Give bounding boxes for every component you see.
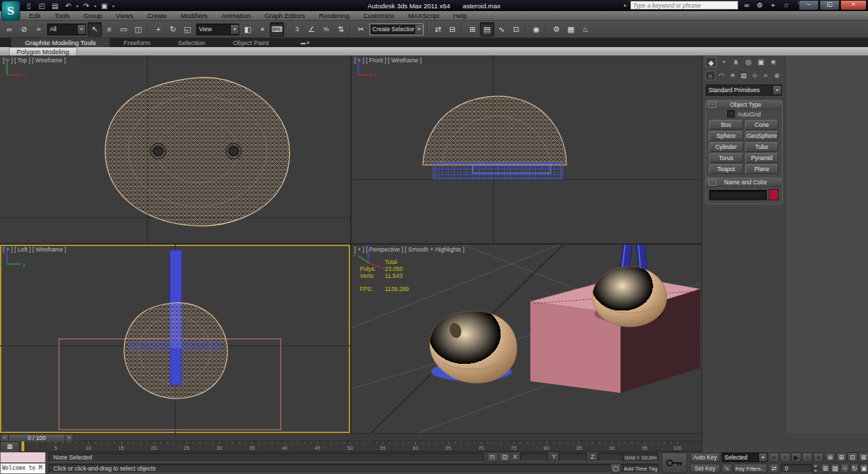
dropdown-arrow-icon[interactable]: ▾ bbox=[415, 25, 423, 34]
viewport-splitter-horizontal[interactable] bbox=[0, 243, 702, 245]
pan-hand-icon[interactable]: ⊹ bbox=[840, 464, 849, 473]
asteroid-crater-right[interactable] bbox=[229, 146, 238, 156]
curve-editor-icon[interactable]: ∿ bbox=[494, 22, 509, 37]
rendered-frame-window-icon[interactable]: ▦ bbox=[564, 22, 578, 37]
minimize-button[interactable]: – bbox=[799, 0, 819, 10]
bind-to-space-warp-icon[interactable]: ≈ bbox=[31, 22, 46, 37]
align-icon[interactable]: ⊟ bbox=[445, 22, 460, 37]
search-go-icon[interactable]: ▸ bbox=[624, 2, 627, 8]
close-button[interactable]: × bbox=[840, 0, 867, 10]
time-slider-track[interactable]: < 0 / 100 > bbox=[0, 433, 702, 441]
select-and-move-icon[interactable]: + bbox=[151, 22, 166, 37]
restore-button[interactable]: ◱ bbox=[819, 0, 840, 10]
previous-frame-button[interactable]: ‹ bbox=[780, 453, 790, 462]
y-coord-field[interactable] bbox=[559, 453, 587, 462]
tab-utilities-icon[interactable]: ⋇ bbox=[767, 57, 779, 67]
percent-snap-icon[interactable]: % bbox=[319, 22, 333, 37]
favorites-star-icon[interactable]: ☆ bbox=[781, 1, 791, 9]
track-bar-ruler[interactable]: 0510152025303540455055606570758085909510… bbox=[21, 441, 686, 451]
ribbon-tab-freeform[interactable]: Freeform bbox=[110, 38, 164, 47]
category-helpers-icon[interactable]: ⊹ bbox=[749, 71, 760, 80]
tab-create-icon[interactable]: ◆ bbox=[705, 57, 717, 67]
viewport-left-active[interactable]: [ + ] [ Left ] [ Wireframe ] z y bbox=[0, 245, 350, 433]
dropdown-arrow-icon[interactable]: ▾ bbox=[758, 453, 767, 462]
primitive-category-dropdown[interactable]: Standard Primitives ▾ bbox=[706, 85, 782, 96]
object-color-swatch[interactable] bbox=[769, 189, 779, 200]
open-file-icon[interactable]: ◰ bbox=[37, 2, 47, 10]
macro-recorder-pane[interactable] bbox=[0, 452, 46, 463]
communication-center-icon[interactable]: ⌖ bbox=[768, 1, 778, 10]
name-color-rollout-header[interactable]: - Name and Color bbox=[706, 178, 782, 187]
mirror-icon[interactable]: ⇄ bbox=[431, 22, 445, 37]
layer-manager-icon[interactable]: ⊞ bbox=[465, 22, 480, 37]
viewport-left-canvas[interactable] bbox=[0, 245, 350, 433]
viewport-top-canvas[interactable] bbox=[0, 55, 350, 243]
object-type-rollout-header[interactable]: - Object Type bbox=[706, 100, 782, 109]
asteroid-crater-left[interactable] bbox=[153, 146, 163, 156]
maxscript-listener[interactable]: Welcome to M bbox=[0, 463, 46, 474]
default-in-out-tangents-icon[interactable]: ∿ bbox=[722, 464, 732, 473]
ribbon-minimize-icon[interactable]: ▬ ▾ bbox=[301, 38, 309, 47]
category-spacewarps-icon[interactable]: ≈ bbox=[761, 71, 771, 80]
rectangular-selection-region-icon[interactable]: ▭ bbox=[116, 22, 131, 37]
tab-hierarchy-icon[interactable]: ⋔ bbox=[730, 57, 742, 67]
menu-edit[interactable]: Edit bbox=[22, 11, 47, 21]
viewport-front[interactable]: [ + ] [ Front ] [ Wireframe ] z x bbox=[351, 55, 702, 243]
menu-tools[interactable]: Tools bbox=[47, 11, 76, 21]
play-button[interactable]: ▶ bbox=[791, 453, 801, 462]
maximize-viewport-icon[interactable]: ▣ bbox=[860, 464, 868, 473]
blue-band-wireframe[interactable] bbox=[130, 342, 220, 349]
redo-icon[interactable]: ↷ bbox=[81, 2, 92, 10]
reference-coordinate-dropdown[interactable]: View▾ bbox=[196, 24, 239, 35]
selection-filter-dropdown[interactable]: All▾ bbox=[47, 24, 86, 35]
selection-lock-icon[interactable]: ⊓ bbox=[487, 453, 498, 462]
object-type-geosphere-button[interactable]: GeoSphere bbox=[745, 131, 779, 141]
menu-help[interactable]: Help bbox=[446, 11, 474, 21]
x-coord-field[interactable] bbox=[520, 453, 548, 462]
max-logo-application-button[interactable]: S bbox=[1, 1, 20, 21]
select-object-icon[interactable]: ↖ bbox=[87, 22, 102, 37]
go-to-end-button[interactable]: » bbox=[813, 453, 824, 462]
save-file-icon[interactable]: ▤ bbox=[50, 2, 60, 10]
zoom-extents-all-icon[interactable]: ⊠ bbox=[858, 453, 868, 462]
graphite-ribbon-toggle-icon[interactable]: ▤ bbox=[480, 22, 494, 37]
unlink-selection-icon[interactable]: ⊘ bbox=[17, 22, 31, 37]
key-filters-button[interactable]: Key Filters... bbox=[734, 464, 767, 473]
tab-modify-icon[interactable]: ◔ bbox=[718, 57, 729, 67]
named-selection-sets-dropdown[interactable]: Create Selection Se▾ bbox=[370, 24, 424, 35]
menu-maxscript[interactable]: MAXScript bbox=[401, 11, 446, 21]
tab-display-icon[interactable]: ▣ bbox=[755, 57, 767, 67]
render-setup-icon[interactable]: ⚙ bbox=[549, 22, 564, 37]
select-and-link-icon[interactable]: ∞ bbox=[2, 22, 17, 37]
spinner-snap-icon[interactable]: ⇅ bbox=[333, 22, 348, 37]
viewport-top[interactable]: [ + ] [ Top ] [ Wireframe ] y x bbox=[0, 55, 350, 243]
track-bar[interactable]: ▦ 05101520253035404550556065707580859095… bbox=[0, 441, 702, 452]
select-and-manipulate-icon[interactable]: ⌖ bbox=[255, 22, 270, 37]
spinner-down-icon[interactable]: ▾ bbox=[813, 468, 819, 473]
key-mode-toggle-icon[interactable]: ⇄ bbox=[769, 464, 779, 473]
ribbon-tab-graphite-modeling-tools[interactable]: Graphite Modeling Tools bbox=[11, 38, 110, 47]
dropdown-arrow-icon[interactable]: ▾ bbox=[230, 25, 238, 34]
category-cameras-icon[interactable]: ▤ bbox=[738, 71, 749, 80]
object-type-cone-button[interactable]: Cone bbox=[745, 120, 779, 130]
zoom-all-icon[interactable]: ⊞ bbox=[836, 453, 847, 462]
time-tag-icon[interactable]: ▢ bbox=[610, 464, 621, 473]
z-coord-field[interactable] bbox=[598, 453, 625, 462]
keyboard-shortcut-override-icon[interactable]: ⌨ bbox=[270, 22, 284, 37]
menu-customize[interactable]: Customize bbox=[356, 11, 401, 21]
schematic-view-icon[interactable]: ⊡ bbox=[509, 22, 523, 37]
new-file-icon[interactable]: ▯ bbox=[24, 2, 34, 10]
category-systems-icon[interactable]: ⊛ bbox=[772, 71, 782, 80]
object-type-sphere-button[interactable]: Sphere bbox=[709, 131, 743, 141]
search-icon[interactable]: ∞ bbox=[742, 1, 752, 9]
select-by-name-icon[interactable]: ≡ bbox=[102, 22, 116, 37]
search-input[interactable] bbox=[630, 1, 738, 10]
spinner-up-icon[interactable]: ▴ bbox=[813, 464, 819, 468]
autogrid-checkbox[interactable] bbox=[727, 110, 735, 118]
set-keys-button[interactable] bbox=[661, 453, 687, 473]
object-type-cylinder-button[interactable]: Cylinder bbox=[709, 142, 743, 152]
dropdown-arrow-icon[interactable]: ▾ bbox=[77, 25, 85, 34]
dropdown-arrow-icon[interactable]: ▾ bbox=[772, 86, 781, 94]
category-lights-icon[interactable]: ☀ bbox=[727, 71, 738, 80]
object-type-torus-button[interactable]: Torus bbox=[709, 153, 743, 163]
